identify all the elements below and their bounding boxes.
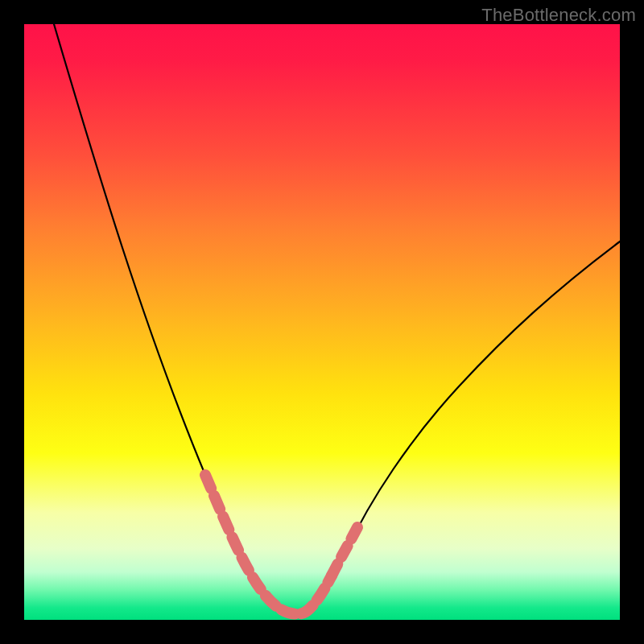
watermark-text: TheBottleneck.com — [481, 5, 636, 26]
bottleneck-curve — [54, 24, 620, 614]
highlight-left — [205, 475, 266, 596]
highlight-bottom — [266, 576, 332, 614]
chart-container: TheBottleneck.com — [0, 0, 644, 644]
plot-area — [24, 24, 620, 620]
curve-svg — [24, 24, 620, 620]
highlight-right — [332, 527, 357, 576]
